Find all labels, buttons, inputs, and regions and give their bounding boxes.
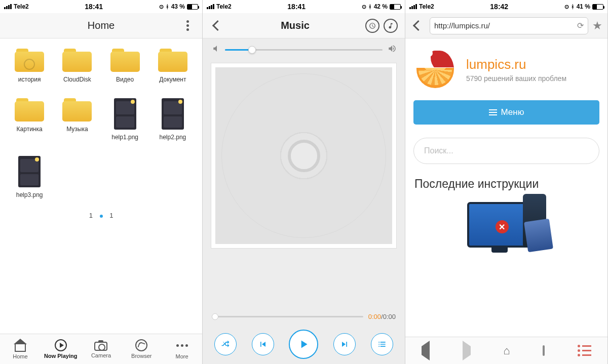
site-brand: lumpics.ru 5790 решений ваших проблем [405,38,607,97]
back-button[interactable] [410,18,426,33]
folder-document[interactable]: Документ [149,49,196,83]
time-label: 0:00/0:00 [368,313,396,320]
battery-icon [390,4,401,10]
battery-pct: 43 % [171,3,185,10]
folder-music[interactable]: Музыка [54,98,100,141]
volume-slider[interactable] [225,49,383,51]
save-button[interactable] [543,346,545,355]
carrier-label: Tele2 [419,3,434,10]
page-title: Music [225,20,365,31]
computer-tower-icon [523,194,546,248]
image-thumb-icon [18,156,41,187]
menu-button[interactable] [180,18,195,33]
playback-controls [203,325,405,364]
article-illustration: ✕ [405,200,607,253]
clock-label: 18:41 [232,3,362,11]
alarm-icon: ⊙ [362,4,366,10]
folder-video[interactable]: Видео [102,49,148,83]
image-thumb-icon [114,98,136,130]
tab-more[interactable]: More [162,334,202,364]
battery-pct: 42 % [374,3,388,10]
file-help3[interactable]: help3.png [6,156,53,198]
image-thumb-icon [162,98,184,130]
progress-row: 0:00/0:00 [203,305,405,325]
file-help2[interactable]: help2.png [149,98,196,141]
more-icon [175,339,188,352]
shuffle-icon [220,339,231,349]
screen-browser: Tele2 18:42 ⊙ ᚼ 41 % ⟳ ★ lumpics.ru 5790… [405,0,608,364]
webpage: lumpics.ru 5790 решений ваших проблем Ме… [405,38,607,337]
progress-slider[interactable] [212,316,363,317]
alarm-icon: ⊙ [564,4,569,10]
nav-back-button[interactable] [422,346,430,355]
page-title: Home [22,20,180,31]
reload-icon[interactable]: ⟳ [577,21,584,30]
play-circle-icon [55,339,67,351]
volume-low-icon [211,44,220,55]
bluetooth-icon: ᚼ [166,4,169,10]
folder-pictures[interactable]: Картинка [6,98,53,141]
folder-icon [62,49,92,72]
history-button[interactable] [365,19,379,33]
arrow-right-icon [463,341,471,360]
battery-icon [592,4,603,10]
skip-next-icon [339,339,350,349]
clock-label: 18:42 [434,3,564,11]
alarm-icon: ⊙ [159,4,164,10]
carrier-label: Tele2 [14,3,29,10]
file-grid: история CloudDisk Видео Документ Картинк… [0,38,202,334]
chevron-left-icon [414,22,422,29]
volume-high-icon [388,44,397,55]
pager: 1 1 [6,198,196,223]
prev-button[interactable] [252,333,274,355]
site-tagline: 5790 решений ваших проблем [466,74,566,83]
music-note-icon [387,22,394,29]
tab-browser[interactable]: Browser [121,334,162,364]
section-heading: Последние инструкции [405,177,607,200]
url-input[interactable] [434,21,573,30]
status-bar: Tele2 18:41 ⊙ ᚼ 43 % [0,0,202,13]
screen-music: Tele2 18:41 ⊙ ᚼ 42 % Music [203,0,405,364]
folder-clouddisk[interactable]: CloudDisk [54,49,100,83]
tabs-button[interactable] [578,345,591,356]
search-input[interactable]: Поиск... [413,138,599,164]
disc-icon [215,67,392,244]
home-button[interactable]: ⌂ [503,344,510,357]
menu-button[interactable]: Меню [413,100,599,125]
site-title: lumpics.ru [466,57,566,72]
pager-dot-icon [100,215,103,218]
folder-icon [15,98,44,122]
camera-icon [94,342,107,351]
tab-camera[interactable]: Camera [81,334,122,364]
nav-forward-button[interactable] [463,346,471,355]
chevron-left-icon [214,22,221,29]
next-button[interactable] [333,333,356,355]
screen-home: Tele2 18:41 ⊙ ᚼ 43 % Home история CloudD… [0,0,203,364]
folder-icon [62,98,92,122]
tab-now-playing[interactable]: Now Playing [41,334,81,364]
nav-bar: Music [203,13,405,38]
slider-knob-icon [248,46,256,54]
bookmark-button[interactable]: ★ [592,19,602,32]
music-note-button[interactable] [384,19,398,33]
tab-home[interactable]: Home [0,334,41,364]
file-help1[interactable]: help1.png [102,98,148,141]
arrow-left-icon [422,341,430,360]
back-button[interactable] [210,18,225,33]
save-icon [543,345,545,356]
folder-history[interactable]: история [6,49,53,83]
clock-icon [369,22,376,29]
playlist-button[interactable] [371,333,393,355]
volume-row [203,38,405,61]
play-button[interactable] [289,330,318,359]
nav-bar: Home [0,13,202,38]
list-menu-icon [578,345,591,356]
folder-icon [110,49,140,72]
battery-pct: 41 % [577,3,590,10]
signal-icon [409,4,417,9]
url-bar[interactable]: ⟳ [430,17,588,34]
shuffle-button[interactable] [214,333,237,355]
slider-knob-icon [212,313,218,320]
signal-icon [207,4,214,9]
status-bar: Tele2 18:41 ⊙ ᚼ 42 % [203,0,405,13]
